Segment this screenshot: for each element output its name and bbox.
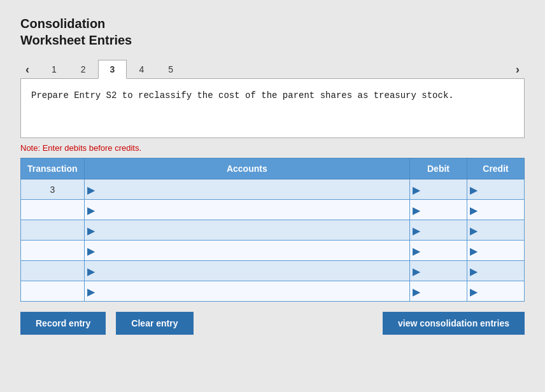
content-area: Prepare Entry S2 to reclassify the cost … [20, 78, 525, 138]
clear-entry-button[interactable]: Clear entry [116, 312, 193, 335]
page-title: Consolidation Worksheet Entries [20, 15, 525, 48]
instruction-text: Prepare Entry S2 to reclassify the cost … [31, 89, 514, 127]
view-consolidation-button[interactable]: view consolidation entries [383, 312, 525, 335]
credit-cell-5[interactable]: ▶ [467, 281, 525, 302]
debit-cell-4[interactable]: ▶ [410, 261, 467, 281]
credit-cell-0[interactable]: ▶ [467, 179, 525, 200]
credit-input-4[interactable] [471, 263, 520, 278]
debit-cell-2[interactable]: ▶ [410, 220, 467, 241]
credit-arrow-icon-4: ▶ [470, 265, 478, 277]
tabs-list: 1 2 3 4 5 [34, 60, 511, 79]
debit-arrow-icon-0: ▶ [413, 183, 420, 195]
main-container: Consolidation Worksheet Entries ‹ 1 2 3 … [0, 0, 545, 392]
account-input-1[interactable] [88, 202, 406, 217]
tab-5[interactable]: 5 [156, 60, 185, 79]
tab-navigation: ‹ 1 2 3 4 5 › [20, 60, 525, 79]
accounts-cell-0[interactable]: ▶ [84, 179, 409, 200]
debit-input-3[interactable] [414, 243, 463, 258]
debit-input-0[interactable] [414, 182, 463, 197]
accounts-cell-4[interactable]: ▶ [84, 261, 409, 281]
credit-input-5[interactable] [471, 284, 520, 298]
debit-input-2[interactable] [414, 223, 463, 237]
tab-1[interactable]: 1 [39, 60, 69, 79]
header-credit: Credit [467, 158, 525, 179]
account-input-4[interactable] [88, 263, 406, 278]
transaction-cell-2 [21, 220, 85, 241]
tab-2[interactable]: 2 [69, 60, 98, 79]
transaction-cell-1 [21, 200, 85, 220]
debit-input-5[interactable] [414, 284, 463, 298]
accounts-cell-5[interactable]: ▶ [84, 281, 409, 302]
account-arrow-icon-5: ▶ [87, 285, 95, 297]
credit-cell-3[interactable]: ▶ [467, 241, 525, 261]
transaction-cell-0: 3 [21, 179, 85, 200]
debit-arrow-icon-5: ▶ [413, 285, 420, 297]
debit-cell-3[interactable]: ▶ [410, 241, 467, 261]
debit-arrow-icon-2: ▶ [413, 224, 420, 236]
debit-arrow-icon-1: ▶ [413, 204, 420, 216]
credit-arrow-icon-2: ▶ [470, 224, 478, 236]
account-arrow-icon-0: ▶ [87, 183, 95, 195]
credit-cell-2[interactable]: ▶ [467, 220, 525, 241]
debit-arrow-icon-4: ▶ [413, 265, 420, 277]
account-arrow-icon-4: ▶ [87, 265, 95, 277]
transaction-cell-3 [21, 241, 85, 261]
note-text: Note: Enter debits before credits. [20, 143, 525, 153]
account-arrow-icon-2: ▶ [87, 224, 95, 236]
credit-input-3[interactable] [471, 243, 520, 258]
account-input-3[interactable] [88, 243, 406, 258]
header-transaction: Transaction [21, 158, 85, 179]
next-arrow[interactable]: › [511, 60, 525, 79]
credit-cell-4[interactable]: ▶ [467, 261, 525, 281]
credit-input-2[interactable] [471, 223, 520, 237]
table-row: ▶▶▶ [21, 200, 525, 220]
debit-cell-1[interactable]: ▶ [410, 200, 467, 220]
debit-input-4[interactable] [414, 263, 463, 278]
transaction-cell-5 [21, 281, 85, 302]
credit-arrow-icon-3: ▶ [470, 244, 478, 256]
accounts-cell-2[interactable]: ▶ [84, 220, 409, 241]
table-header-row: Transaction Accounts Debit Credit [21, 158, 525, 179]
record-entry-button[interactable]: Record entry [20, 312, 106, 335]
account-input-5[interactable] [88, 284, 406, 298]
prev-arrow[interactable]: ‹ [20, 60, 34, 79]
entry-table: Transaction Accounts Debit Credit 3▶▶▶▶▶… [20, 158, 525, 302]
debit-input-1[interactable] [414, 202, 463, 217]
account-arrow-icon-1: ▶ [87, 204, 95, 216]
credit-arrow-icon-5: ▶ [470, 285, 478, 297]
account-input-2[interactable] [88, 223, 406, 237]
credit-input-0[interactable] [471, 182, 520, 197]
accounts-cell-1[interactable]: ▶ [84, 200, 409, 220]
table-row: 3▶▶▶ [21, 179, 525, 200]
credit-arrow-icon-1: ▶ [470, 204, 478, 216]
tab-4[interactable]: 4 [127, 60, 156, 79]
account-arrow-icon-3: ▶ [87, 244, 95, 256]
debit-cell-5[interactable]: ▶ [410, 281, 467, 302]
buttons-row: Record entry Clear entry view consolidat… [20, 312, 525, 335]
header-accounts: Accounts [84, 158, 409, 179]
credit-arrow-icon-0: ▶ [470, 183, 478, 195]
account-input-0[interactable] [88, 182, 406, 197]
table-row: ▶▶▶ [21, 281, 525, 302]
table-row: ▶▶▶ [21, 261, 525, 281]
tab-3[interactable]: 3 [98, 60, 127, 79]
debit-arrow-icon-3: ▶ [413, 244, 420, 256]
table-row: ▶▶▶ [21, 241, 525, 261]
accounts-cell-3[interactable]: ▶ [84, 241, 409, 261]
transaction-cell-4 [21, 261, 85, 281]
credit-cell-1[interactable]: ▶ [467, 200, 525, 220]
debit-cell-0[interactable]: ▶ [410, 179, 467, 200]
header-debit: Debit [410, 158, 467, 179]
credit-input-1[interactable] [471, 202, 520, 217]
table-row: ▶▶▶ [21, 220, 525, 241]
